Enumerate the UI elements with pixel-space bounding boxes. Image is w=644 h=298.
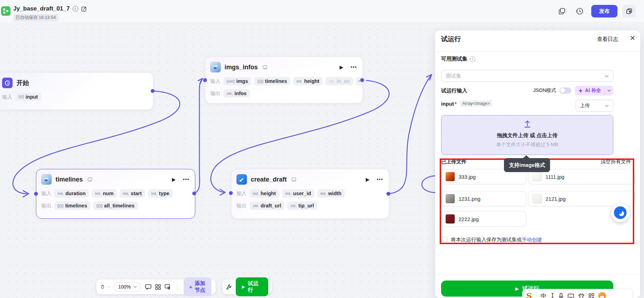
node-title: imgs_infos bbox=[225, 64, 258, 71]
play-icon: ▶ bbox=[515, 286, 519, 291]
info-icon[interactable]: i bbox=[470, 56, 475, 62]
chevron-down-icon bbox=[133, 286, 137, 288]
layout-grid-icon[interactable] bbox=[155, 283, 161, 291]
assistant-bubble-icon bbox=[614, 206, 627, 219]
param-badge: str.draft_url bbox=[250, 201, 284, 210]
uploaded-file-card[interactable]: 1231.png bbox=[441, 191, 526, 206]
canvas-toolbar: 100% + 添加节点 bbox=[96, 279, 215, 294]
microphone-icon[interactable] bbox=[558, 293, 564, 298]
toolbox-grid-icon[interactable] bbox=[588, 293, 594, 298]
param-badge: str.tip_url bbox=[287, 201, 317, 210]
wrench-icon[interactable] bbox=[226, 284, 232, 290]
text-cursor-icon[interactable] bbox=[550, 293, 555, 298]
param-badge: [{}]all_timelines bbox=[93, 201, 138, 210]
ai-complete-button[interactable]: AI 补全 bbox=[575, 86, 613, 95]
save-as-testset-row: 将本次运行输入保存为测试集或手动创建 bbox=[441, 236, 542, 243]
node-title: timelines bbox=[56, 176, 83, 183]
arrowhead bbox=[198, 78, 203, 83]
file-upload-dropzone[interactable]: 拖拽文件上传 或 点击上传 单个文件大小不得超过 5 MB bbox=[441, 115, 613, 155]
param-badge: str.in_an bbox=[325, 77, 353, 85]
upload-icon bbox=[523, 120, 532, 128]
node-more-button[interactable]: ⋯ bbox=[350, 63, 357, 71]
run-node-button[interactable]: ▶ bbox=[172, 177, 176, 182]
param-badge: [str]imgs bbox=[224, 77, 251, 85]
ai-complete-dropdown[interactable] bbox=[605, 86, 613, 95]
file-thumbnail bbox=[533, 194, 542, 203]
param-badge: str.infos bbox=[224, 89, 250, 98]
view-logs-link[interactable]: 查看日志 bbox=[597, 36, 618, 43]
chinese-mode-icon[interactable]: 中 bbox=[541, 292, 547, 298]
upload-mode-select[interactable]: 上传 bbox=[576, 100, 613, 112]
arrowhead bbox=[426, 74, 432, 80]
node-more-button[interactable]: ⋯ bbox=[376, 176, 383, 183]
uploaded-file-card[interactable]: 2222.jpg bbox=[441, 211, 526, 227]
param-badge: int.height bbox=[293, 77, 323, 85]
required-asterisk: * bbox=[455, 101, 457, 107]
node-more-button[interactable]: ⋯ bbox=[183, 176, 189, 183]
chevron-down-icon bbox=[605, 105, 609, 107]
save-as-testset-checkbox[interactable] bbox=[441, 237, 447, 243]
start-node-icon bbox=[2, 78, 13, 88]
skin-theme-icon[interactable] bbox=[578, 293, 585, 298]
panel-title: 试运行 bbox=[441, 35, 461, 44]
run-node-button[interactable]: ▶ bbox=[339, 64, 343, 70]
floating-assistant-bubble[interactable] bbox=[611, 203, 630, 222]
uploaded-files-label: 已上传文件 bbox=[441, 158, 467, 165]
param-badge: int.width bbox=[317, 189, 345, 198]
more-params-badge[interactable]: ⋯ bbox=[356, 77, 366, 85]
close-panel-icon[interactable]: × bbox=[630, 33, 635, 42]
test-run-button[interactable]: ▶ 试运行 bbox=[236, 277, 268, 296]
edge-timelines-to-imgs bbox=[194, 79, 202, 193]
keyboard-icon[interactable] bbox=[568, 293, 574, 298]
create-draft-node-icon bbox=[236, 174, 247, 185]
inputs-label: 输入 bbox=[2, 94, 12, 100]
file-name: 2222.jpg bbox=[459, 216, 479, 222]
input-param-name: input bbox=[441, 101, 454, 107]
json-mode-toggle[interactable] bbox=[559, 87, 571, 94]
chevron-down-icon[interactable] bbox=[108, 286, 110, 288]
select-canvas-icon[interactable] bbox=[164, 283, 171, 291]
toolbar-divider bbox=[536, 292, 536, 298]
outputs-label: 输出 bbox=[210, 90, 220, 97]
node-start[interactable]: 开始 输入 input bbox=[0, 72, 153, 110]
sogou-logo-icon[interactable]: S bbox=[526, 292, 532, 298]
testset-section-label-row: 可用测试集 i bbox=[441, 56, 475, 62]
testset-select[interactable]: 测试集 bbox=[441, 70, 613, 82]
run-input-label: 试运行输入 bbox=[441, 87, 467, 94]
zoom-level-select[interactable]: 100% bbox=[114, 282, 141, 292]
testset-section-label: 可用测试集 bbox=[441, 56, 467, 62]
node-title: 开始 bbox=[16, 79, 29, 87]
video-edit-icon bbox=[239, 177, 244, 182]
param-badge: [{}]timelines bbox=[54, 201, 90, 210]
divider bbox=[435, 51, 640, 52]
run-input-header-row: 试运行输入 JSON模式 AI 补全 bbox=[441, 86, 613, 95]
save-checkbox-text: 将本次运行输入保存为测试集或 bbox=[451, 237, 522, 242]
run-node-button[interactable]: ▶ bbox=[366, 177, 369, 182]
node-imgs-infos[interactable]: imgs_infos ▶ ⋯ 输入 [str]imgs [{}]timeline… bbox=[205, 57, 363, 103]
node-create-draft[interactable]: create_draft ▶ ⋯ 输入 int.height int.user_… bbox=[231, 169, 389, 219]
json-mode-label: JSON模式 bbox=[533, 87, 556, 94]
plugin-icon bbox=[291, 177, 297, 182]
inputs-label: 输入 bbox=[41, 190, 51, 197]
mouse-mode-icon[interactable] bbox=[101, 283, 104, 290]
divider bbox=[435, 274, 640, 275]
param-badge: int.height bbox=[250, 189, 279, 198]
inputs-label: 输入 bbox=[236, 190, 247, 197]
clear-all-files-link[interactable]: 清空所有文件 bbox=[601, 158, 631, 165]
workflow-editor: Jy_base_draft_01_7 i 已自动保存 16:13:54 发布 bbox=[0, 0, 644, 298]
comment-tool-icon[interactable] bbox=[145, 283, 152, 291]
toolbar-divider bbox=[177, 283, 177, 290]
sparkle-icon bbox=[578, 88, 583, 93]
imgs-infos-node-icon bbox=[210, 62, 221, 72]
add-node-button[interactable]: + 添加节点 bbox=[184, 277, 211, 296]
outputs-label: 输出 bbox=[236, 203, 247, 209]
ime-assistant-icon[interactable] bbox=[598, 292, 606, 298]
input-field-row: input * Array<Image> bbox=[441, 100, 492, 107]
photo-icon bbox=[213, 64, 218, 70]
power-icon bbox=[5, 80, 10, 86]
image-format-tooltip: 支持image格式 bbox=[504, 158, 550, 172]
photo-icon bbox=[44, 177, 49, 182]
input-type-badge: Array<Image> bbox=[460, 100, 492, 107]
node-timelines[interactable]: timelines ▶ ⋯ 输入 int.duration int.num in… bbox=[36, 169, 195, 219]
manual-create-link[interactable]: 手动创建 bbox=[522, 237, 542, 242]
